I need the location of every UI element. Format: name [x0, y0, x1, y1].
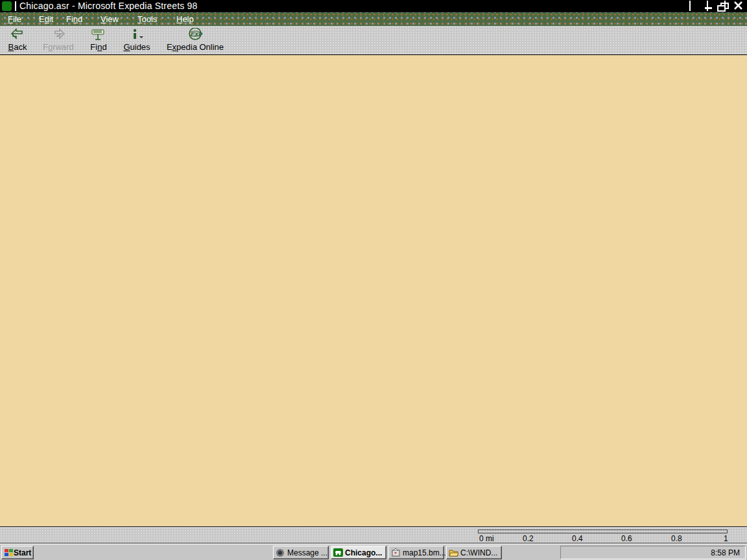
svg-text:EXP: EXP: [191, 31, 203, 38]
